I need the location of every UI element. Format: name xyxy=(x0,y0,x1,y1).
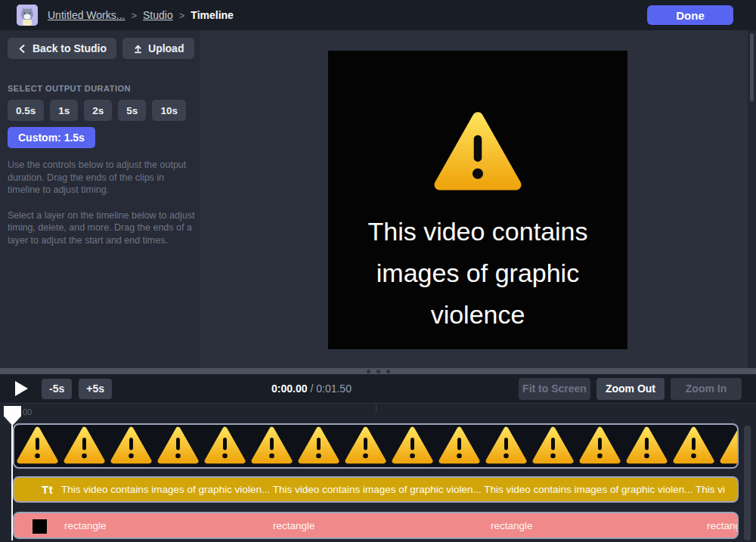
stage-scrollbar-thumb[interactable] xyxy=(750,33,754,101)
warning-line-2: images of graphic xyxy=(328,252,627,294)
ruler-start-label: 00 xyxy=(23,407,32,417)
duration-option-5s[interactable]: 5s xyxy=(118,100,146,121)
play-icon xyxy=(15,381,28,396)
timeline-tracks: Tt This video contains images of graphic… xyxy=(0,422,756,542)
zoom-controls: Fit to Screen Zoom Out Zoom In xyxy=(519,378,742,400)
upload-icon xyxy=(133,44,143,54)
duration-option-1s[interactable]: 1s xyxy=(50,100,78,121)
warning-thumbnail-icon xyxy=(251,426,293,465)
warning-thumbnail-icon xyxy=(532,426,574,465)
playback-bar: -5s +5s 0:00.00 / 0:01.50 Fit to Screen … xyxy=(0,374,756,403)
chevron-left-icon xyxy=(17,44,27,54)
warning-thumbnail-icon xyxy=(110,426,152,465)
preview-stage: This video contains images of graphic vi… xyxy=(200,30,756,368)
video-canvas[interactable]: This video contains images of graphic vi… xyxy=(328,51,627,349)
play-button[interactable] xyxy=(15,379,35,398)
upload-label: Upload xyxy=(148,42,184,54)
breadcrumb-workspace-link[interactable]: Untitled Works... xyxy=(48,9,125,21)
playhead-line[interactable] xyxy=(11,420,13,540)
warning-thumbnail-icon xyxy=(438,426,480,465)
breadcrumb-separator: > xyxy=(131,10,137,21)
forward-5s-button[interactable]: +5s xyxy=(79,379,112,399)
duration-option-2s[interactable]: 2s xyxy=(84,100,112,121)
warning-thumbnail-icon xyxy=(204,426,246,465)
top-bar: Untitled Works... > Studio > Timeline Do… xyxy=(0,0,756,30)
warning-triangle-icon[interactable] xyxy=(433,111,522,193)
upload-button[interactable]: Upload xyxy=(122,38,194,59)
warning-line-1: This video contains xyxy=(328,211,627,252)
warning-thumbnail-icon xyxy=(392,426,433,465)
breadcrumb-current-page: Timeline xyxy=(191,9,234,21)
warning-thumbnail-icon xyxy=(485,426,527,465)
back-to-studio-label: Back to Studio xyxy=(33,42,107,54)
warning-thumbnail-icon xyxy=(720,426,739,465)
panel-resize-handle[interactable] xyxy=(0,368,756,374)
timeline-scrollbar[interactable] xyxy=(744,426,751,540)
ruler-tick xyxy=(376,404,376,412)
image-layer-clip[interactable] xyxy=(13,423,739,469)
warning-text-layer[interactable]: This video contains images of graphic vi… xyxy=(328,211,627,336)
warning-line-3: violence xyxy=(328,294,627,336)
drag-dot-icon xyxy=(386,370,390,373)
drag-dot-icon xyxy=(376,370,380,373)
rectangle-label: rectangle xyxy=(707,520,739,531)
rectangle-label: rectangle xyxy=(273,520,315,531)
zoom-in-button[interactable]: Zoom In xyxy=(671,378,742,400)
drag-dot-icon xyxy=(367,370,370,373)
current-time: 0:00.00 xyxy=(271,382,307,395)
cat-avatar-icon xyxy=(17,5,38,26)
breadcrumb: Untitled Works... > Studio > Timeline xyxy=(48,9,234,21)
rectangle-swatch-icon xyxy=(33,519,47,534)
duration-option-10s[interactable]: 10s xyxy=(152,100,186,121)
text-layer-icon: Tt xyxy=(42,483,53,496)
warning-thumbnail-icon xyxy=(673,426,714,465)
custom-duration-button[interactable]: Custom: 1.5s xyxy=(8,127,95,148)
duration-options: 0.5s 1s 2s 5s 10s xyxy=(8,100,200,121)
fit-to-screen-button[interactable]: Fit to Screen xyxy=(519,378,590,400)
total-duration: / 0:01.50 xyxy=(308,382,352,395)
warning-thumbnail-icon xyxy=(17,426,58,465)
breadcrumb-separator: > xyxy=(179,10,185,21)
warning-thumbnail-icon xyxy=(157,426,199,465)
zoom-out-button[interactable]: Zoom Out xyxy=(596,378,665,400)
rectangle-label: rectangle xyxy=(64,520,107,531)
timecode-display: 0:00.00 / 0:01.50 xyxy=(271,382,352,395)
workspace-logo[interactable] xyxy=(17,5,38,26)
rewind-5s-button[interactable]: -5s xyxy=(42,379,72,399)
timeline-ruler[interactable]: 00 xyxy=(0,403,756,422)
image-thumbnail-strip xyxy=(14,425,737,467)
rectangle-label: rectangle xyxy=(491,520,533,531)
duration-section-heading: SELECT OUTPUT DURATION xyxy=(8,84,200,93)
text-layer-clip[interactable]: Tt This video contains images of graphic… xyxy=(13,476,739,503)
done-button[interactable]: Done xyxy=(647,5,733,25)
rectangle-layer-clip[interactable]: rectangle rectangle rectangle rectangle xyxy=(13,512,739,539)
timeline-panel: -5s +5s 0:00.00 / 0:01.50 Fit to Screen … xyxy=(0,374,756,542)
duration-option-0-5s[interactable]: 0.5s xyxy=(8,100,44,121)
warning-thumbnail-icon xyxy=(579,426,621,465)
warning-thumbnail-icon xyxy=(298,426,339,465)
help-text-duration: Use the controls below to adjust the out… xyxy=(8,159,195,197)
stage-scrollbar[interactable] xyxy=(748,30,756,368)
app-window: Untitled Works... > Studio > Timeline Do… xyxy=(0,0,756,542)
warning-thumbnail-icon xyxy=(626,426,668,465)
breadcrumb-studio-link[interactable]: Studio xyxy=(143,9,173,21)
warning-thumbnail-icon xyxy=(64,426,105,465)
help-text-layers: Select a layer on the timeline below to … xyxy=(8,209,195,247)
back-to-studio-button[interactable]: Back to Studio xyxy=(8,38,116,59)
sidebar: Back to Studio Upload SELECT OUTPUT DURA… xyxy=(0,30,200,368)
warning-thumbnail-icon xyxy=(345,426,386,465)
text-layer-content: This video contains images of graphic vi… xyxy=(61,484,725,495)
